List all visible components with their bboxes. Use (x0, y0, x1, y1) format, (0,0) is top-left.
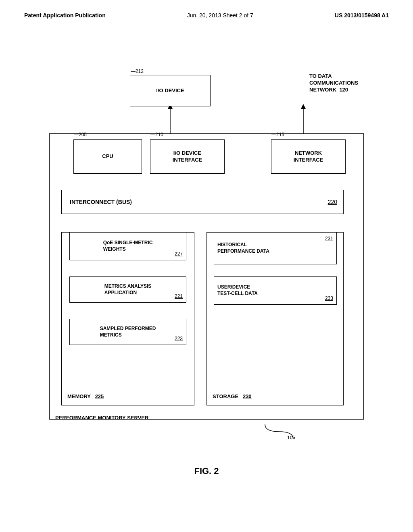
server-ref-bracket: 105 (263, 424, 295, 441)
io-interface-ref: —210 (150, 132, 163, 138)
qoe-weights-box: QoE SINGLE-METRICWEIGHTS 227 (69, 232, 186, 260)
historical-ref: 231 (325, 236, 333, 242)
network-interface-ref: —215 (271, 132, 284, 138)
page: Patent Application Publication Jun. 20, … (0, 0, 413, 532)
page-header: Patent Application Publication Jun. 20, … (24, 12, 389, 19)
metrics-analysis-ref: 221 (175, 293, 183, 300)
user-device-box: USER/DEVICETEST-CELL DATA 233 (214, 276, 337, 305)
storage-label: STORAGE 230 (213, 393, 252, 399)
network-interface-box: —215 NETWORK INTERFACE (271, 139, 346, 174)
server-label: PERFORMANCE MONITORY SERVER (55, 415, 148, 421)
header-left: Patent Application Publication (24, 12, 106, 19)
io-device-interface-box: —210 I/O DEVICE INTERFACE (150, 139, 225, 174)
interconnect-ref: 220 (328, 198, 343, 206)
user-device-ref: 233 (325, 295, 333, 302)
header-right: US 2013/0159498 A1 (335, 12, 389, 19)
metrics-analysis-box: METRICS ANALYSISAPPLICATION 221 (69, 276, 186, 303)
to-data-label: TO DATACOMMUNICATIONSNETWORK 120 (309, 73, 358, 94)
interconnect-box: INTERCONNECT (BUS) 220 (61, 190, 344, 214)
historical-box: HISTORICALPERFORMANCE DATA 231 (214, 232, 337, 264)
header-center: Jun. 20, 2013 Sheet 2 of 7 (187, 12, 253, 19)
figure-caption: FIG. 2 (24, 466, 389, 476)
cpu-box: —205 CPU (73, 139, 142, 174)
cpu-ref: —205 (74, 132, 87, 138)
qoe-ref: 227 (175, 251, 183, 258)
io-device-ref: —212 (130, 67, 144, 75)
sampled-metrics-box: SAMPLED PERFORMEDMETRICS 223 (69, 319, 186, 345)
memory-label: MEMORY 225 (67, 393, 104, 399)
io-device-box: —212 I/O DEVICE (130, 75, 211, 106)
sampled-ref: 223 (175, 336, 183, 342)
diagram: —212 I/O DEVICE TO DATACOMMUNICATIONSNET… (33, 35, 380, 458)
